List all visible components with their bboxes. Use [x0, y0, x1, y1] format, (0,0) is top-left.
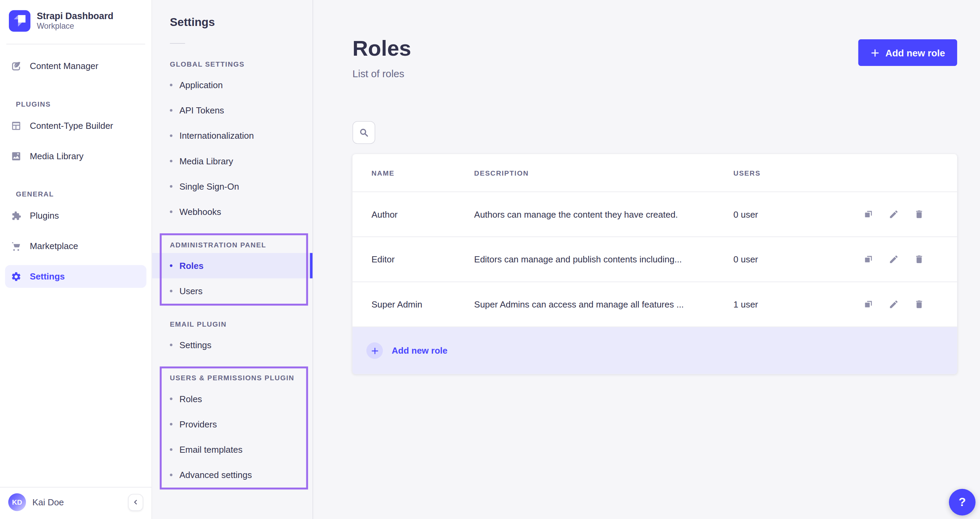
gear-icon: [11, 271, 22, 282]
bullet-icon: [170, 474, 172, 476]
subnav-item-label: Advanced settings: [179, 470, 252, 480]
sidebar-nav: Content Manager PLUGINS Content-Type Bui…: [0, 45, 152, 296]
subnav-section-label: ADMINISTRATION PANEL: [170, 241, 313, 249]
add-new-role-label: Add new role: [885, 47, 945, 58]
subnav-section-label: GLOBAL SETTINGS: [170, 60, 313, 68]
subnav-item-internationalization[interactable]: Internationalization: [152, 123, 312, 148]
brand-subtitle: Workplace: [37, 22, 113, 31]
plus-circle-icon: [366, 342, 383, 359]
sidebar-item-plugins[interactable]: Plugins: [5, 204, 146, 227]
chevron-left-icon: [132, 499, 139, 505]
sidebar-item-settings[interactable]: Settings: [5, 265, 146, 288]
edit-button[interactable]: [889, 299, 899, 310]
bullet-icon: [170, 264, 172, 267]
bullet-icon: [170, 210, 172, 213]
subnav-title: Settings: [152, 0, 312, 29]
role-description: Editors can manage and publish contents …: [474, 254, 733, 264]
column-header-description: DESCRIPTION: [474, 169, 733, 177]
subnav-section-label: EMAIL PLUGIN: [170, 320, 313, 328]
main-content: Roles List of roles Add new role NAME DE…: [314, 0, 980, 519]
bullet-icon: [170, 134, 172, 137]
sidebar-item-content-manager[interactable]: Content Manager: [5, 55, 146, 78]
sidebar-section-general: GENERAL: [16, 190, 151, 198]
role-description: Authors can manage the content they have…: [474, 209, 733, 219]
table-footer-add-row[interactable]: Add new role: [353, 327, 957, 374]
avatar[interactable]: KD: [8, 494, 26, 511]
column-header-name: NAME: [371, 169, 474, 177]
bullet-icon: [170, 84, 172, 86]
role-users-count: 1 user: [733, 299, 828, 310]
brand: Strapi Dashboard Workplace: [0, 0, 152, 44]
sidebar-item-label: Marketplace: [30, 241, 78, 251]
edit-button[interactable]: [889, 254, 899, 264]
table-row-author[interactable]: Author Authors can manage the content th…: [353, 192, 957, 237]
edit-button[interactable]: [889, 209, 899, 219]
subnav-item-label: Settings: [179, 340, 212, 350]
brand-text: Strapi Dashboard Workplace: [37, 11, 113, 31]
subnav-item-email-templates[interactable]: Email templates: [152, 437, 312, 462]
subnav-item-webhooks[interactable]: Webhooks: [152, 199, 312, 224]
subnav-section-administration-panel: ADMINISTRATION PANEL Roles Users: [152, 224, 312, 304]
subnav-item-label: Email templates: [179, 444, 242, 455]
strapi-logo-icon: [9, 10, 30, 32]
row-actions: [863, 209, 924, 219]
sidebar-item-media-library[interactable]: Media Library: [5, 145, 146, 167]
search-button[interactable]: [353, 121, 375, 144]
subnav-item-up-roles[interactable]: Roles: [152, 386, 312, 411]
collapse-sidebar-button[interactable]: [128, 494, 143, 511]
role-users-count: 0 user: [733, 209, 828, 219]
page-title: Roles: [353, 37, 411, 60]
add-new-role-button[interactable]: Add new role: [858, 39, 957, 66]
user-name: Kai Doe: [32, 497, 64, 507]
brand-title: Strapi Dashboard: [37, 11, 113, 22]
subnav-item-providers[interactable]: Providers: [152, 411, 312, 437]
subnav-item-single-sign-on[interactable]: Single Sign-On: [152, 174, 312, 199]
help-button[interactable]: ?: [949, 489, 975, 516]
subnav-item-label: Users: [179, 286, 202, 296]
footer-add-label: Add new role: [392, 345, 447, 356]
duplicate-button[interactable]: [863, 209, 873, 219]
role-name: Editor: [371, 254, 474, 264]
bullet-icon: [170, 109, 172, 111]
media-image-icon: [11, 151, 22, 162]
layout-icon: [11, 120, 22, 131]
sidebar-item-label: Media Library: [30, 151, 83, 161]
sidebar-item-marketplace[interactable]: Marketplace: [5, 235, 146, 258]
active-indicator-bar: [310, 253, 312, 278]
subnav-section-email-plugin: EMAIL PLUGIN Settings: [152, 304, 312, 358]
plus-icon: [870, 48, 880, 57]
subnav-item-users[interactable]: Users: [152, 279, 312, 304]
subnav-item-application[interactable]: Application: [152, 72, 312, 98]
delete-button[interactable]: [914, 209, 924, 219]
page-header-text: Roles List of roles: [353, 37, 411, 80]
table-row-editor[interactable]: Editor Editors can manage and publish co…: [353, 237, 957, 282]
bullet-icon: [170, 448, 172, 451]
subnav-item-api-tokens[interactable]: API Tokens: [152, 98, 312, 123]
subnav-item-label: API Tokens: [179, 105, 224, 116]
sidebar-footer: KD Kai Doe: [0, 487, 152, 519]
sidebar-item-label: Content Manager: [30, 61, 99, 71]
page-subtitle: List of roles: [353, 68, 411, 80]
subnav-item-label: Webhooks: [179, 207, 221, 217]
subnav-item-label: Media Library: [179, 156, 233, 166]
sidebar-item-label: Settings: [30, 271, 65, 282]
sidebar-section-plugins: PLUGINS: [16, 100, 151, 108]
bullet-icon: [170, 423, 172, 425]
duplicate-button[interactable]: [863, 254, 873, 264]
sidebar-item-content-type-builder[interactable]: Content-Type Builder: [5, 114, 146, 137]
role-description: Super Admins can access and manage all f…: [474, 299, 733, 310]
subnav-item-email-settings[interactable]: Settings: [152, 332, 312, 357]
delete-button[interactable]: [914, 254, 924, 264]
table-row-super-admin[interactable]: Super Admin Super Admins can access and …: [353, 282, 957, 327]
subnav-item-advanced-settings[interactable]: Advanced settings: [152, 462, 312, 487]
delete-button[interactable]: [914, 299, 924, 310]
subnav-item-media-library[interactable]: Media Library: [152, 148, 312, 174]
sidebar-item-label: Plugins: [30, 210, 59, 221]
duplicate-button[interactable]: [863, 299, 873, 310]
role-users-count: 0 user: [733, 254, 828, 264]
subnav-item-roles-active[interactable]: Roles: [152, 253, 312, 278]
bullet-icon: [170, 185, 172, 188]
row-actions: [863, 299, 924, 310]
subnav-item-label: Providers: [179, 419, 217, 430]
bullet-icon: [170, 290, 172, 292]
